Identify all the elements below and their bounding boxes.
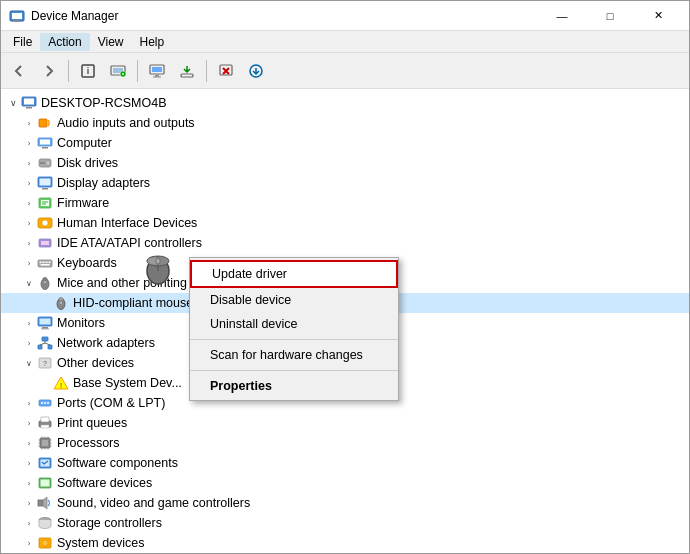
context-uninstall-device[interactable]: Uninstall device — [190, 312, 398, 336]
processor-icon — [37, 435, 53, 451]
main-content: ∨ DESKTOP-RCSMO4B › — [1, 89, 689, 553]
svg-rect-69 — [41, 480, 50, 487]
item-arrow[interactable]: › — [21, 535, 37, 551]
list-item[interactable]: › Human Interface Devices — [1, 213, 689, 233]
item-arrow[interactable]: › — [21, 195, 37, 211]
item-arrow[interactable]: › — [21, 115, 37, 131]
context-menu-separator-2 — [190, 370, 398, 371]
tree-root[interactable]: ∨ DESKTOP-RCSMO4B — [1, 93, 689, 113]
list-item[interactable]: › Audio inputs and outputs — [1, 113, 689, 133]
svg-rect-37 — [46, 262, 48, 264]
toolbar-monitor-button[interactable] — [143, 57, 171, 85]
toolbar-update-button[interactable] — [173, 57, 201, 85]
list-item[interactable]: › IDE ATA/ATAPI controllers — [1, 233, 689, 253]
item-arrow[interactable]: › — [21, 495, 37, 511]
toolbar-scan-button[interactable] — [104, 57, 132, 85]
svg-rect-24 — [40, 162, 45, 164]
item-label: Network adapters — [57, 336, 155, 350]
svg-rect-63 — [41, 425, 49, 428]
item-label: Disk drives — [57, 156, 118, 170]
menu-file[interactable]: File — [5, 33, 40, 51]
item-arrow[interactable]: › — [21, 215, 37, 231]
human-interface-label: Human Interface Devices — [57, 216, 197, 230]
toolbar-back-button[interactable] — [5, 57, 33, 85]
svg-rect-20 — [40, 140, 50, 145]
svg-point-74 — [42, 540, 48, 546]
item-arrow[interactable]: › — [21, 255, 37, 271]
softdev-icon — [37, 475, 53, 491]
item-arrow[interactable]: › — [21, 335, 37, 351]
list-item[interactable]: › Software devices — [1, 473, 689, 493]
item-arrow[interactable]: › — [21, 155, 37, 171]
item-arrow[interactable]: ∨ — [21, 355, 37, 371]
menu-view[interactable]: View — [90, 33, 132, 51]
minimize-button[interactable]: — — [539, 2, 585, 30]
item-arrow[interactable]: › — [21, 315, 37, 331]
svg-point-60 — [47, 402, 49, 404]
context-update-driver[interactable]: Update driver — [190, 260, 398, 288]
item-arrow[interactable]: › — [21, 235, 37, 251]
list-item[interactable]: › Computer — [1, 133, 689, 153]
item-label: Firmware — [57, 196, 109, 210]
software-components-label: Software components — [57, 456, 178, 470]
list-item[interactable]: › Display adapters — [1, 173, 689, 193]
item-arrow[interactable]: ∨ — [21, 275, 37, 291]
svg-rect-83 — [156, 258, 160, 264]
audio-icon — [37, 115, 53, 131]
svg-rect-9 — [152, 67, 162, 72]
menu-help[interactable]: Help — [132, 33, 173, 51]
warning-icon: ! — [53, 375, 69, 391]
context-disable-device[interactable]: Disable device — [190, 288, 398, 312]
item-arrow[interactable]: › — [21, 515, 37, 531]
toolbar-remove-button[interactable] — [212, 57, 240, 85]
toolbar-download-button[interactable] — [242, 57, 270, 85]
list-item[interactable]: › Processors — [1, 433, 689, 453]
svg-rect-2 — [14, 20, 20, 22]
context-properties[interactable]: Properties — [190, 374, 398, 398]
svg-rect-1 — [12, 13, 22, 19]
item-arrow[interactable]: › — [21, 475, 37, 491]
list-item[interactable]: › Disk drives — [1, 153, 689, 173]
app-icon — [9, 8, 25, 24]
svg-rect-38 — [49, 262, 51, 264]
list-item[interactable]: › Software components — [1, 453, 689, 473]
computer-device-icon — [37, 135, 53, 151]
item-label: Display adapters — [57, 176, 150, 190]
item-label: Storage controllers — [57, 516, 162, 530]
toolbar-separator-2 — [137, 60, 138, 82]
svg-point-58 — [41, 402, 43, 404]
list-item[interactable]: › Print queues — [1, 413, 689, 433]
item-label: Monitors — [57, 316, 105, 330]
toolbar-forward-button[interactable] — [35, 57, 63, 85]
svg-rect-49 — [41, 329, 49, 330]
svg-rect-33 — [41, 241, 49, 245]
context-scan-hardware[interactable]: Scan for hardware changes — [190, 343, 398, 367]
toolbar-properties-button[interactable]: i — [74, 57, 102, 85]
svg-rect-35 — [40, 262, 42, 264]
svg-rect-50 — [42, 337, 48, 341]
list-item[interactable]: › Firmware — [1, 193, 689, 213]
root-arrow[interactable]: ∨ — [5, 95, 21, 111]
maximize-button[interactable]: □ — [587, 2, 633, 30]
item-arrow — [37, 375, 53, 391]
svg-rect-16 — [24, 99, 34, 105]
close-button[interactable]: ✕ — [635, 2, 681, 30]
disk-icon — [37, 155, 53, 171]
menu-action[interactable]: Action — [40, 33, 89, 51]
item-arrow[interactable]: › — [21, 395, 37, 411]
display-icon — [37, 175, 53, 191]
list-item[interactable]: › System devices — [1, 533, 689, 553]
uninstall-device-label: Uninstall device — [210, 317, 298, 331]
monitor-icon — [37, 315, 53, 331]
item-arrow[interactable]: › — [21, 415, 37, 431]
item-arrow[interactable]: › — [21, 435, 37, 451]
list-item[interactable]: › Sound, video and game controllers — [1, 493, 689, 513]
list-item[interactable]: › Storage controllers — [1, 513, 689, 533]
mouse-icon — [53, 295, 69, 311]
disable-device-label: Disable device — [210, 293, 291, 307]
svg-rect-48 — [42, 327, 48, 329]
item-arrow[interactable]: › — [21, 135, 37, 151]
item-arrow[interactable]: › — [21, 455, 37, 471]
item-arrow[interactable]: › — [21, 175, 37, 191]
sound-icon — [37, 495, 53, 511]
